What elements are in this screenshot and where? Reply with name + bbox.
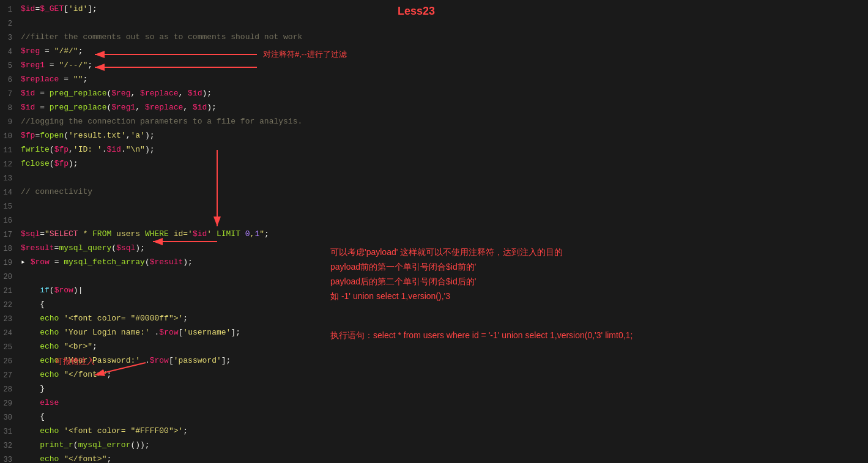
line-13: 13 <box>0 171 868 185</box>
line-6: 6 $replace = ""; <box>0 73 868 87</box>
line-8: 8 $id = preg_replace($reg1, $replace, $i… <box>0 101 868 115</box>
line-5: 5 $reg1 = "/--/"; <box>0 59 868 73</box>
payload-annotation-block: 可以考虑'payload' 这样就可以不使用注释符，达到注入的目的 payloa… <box>330 245 563 303</box>
line-29: 29 else <box>0 396 868 410</box>
line-27: 27 echo "</font>"; <box>0 368 868 382</box>
payload-note2: payload前的第一个单引号闭合$id前的' <box>330 259 563 274</box>
line-11: 11 fwrite($fp,'ID: '.$id."\n"); <box>0 143 868 157</box>
line-2: 2 <box>0 17 868 31</box>
code-container: 1 $id=$_GET['id']; 2 3 //filter the comm… <box>0 0 868 463</box>
payload-note3: payload后的第二个单引号闭合$id后的' <box>330 274 563 289</box>
line-4: 4 $reg = "/#/"; <box>0 45 868 59</box>
line-9: 9 //logging the connection parameters to… <box>0 115 868 129</box>
line-32: 32 print_r(mysql_error()); <box>0 439 868 453</box>
line-16: 16 <box>0 213 868 228</box>
line-31: 31 echo '<font color= "#FFFF00">'; <box>0 424 868 439</box>
payload-note1: 可以考虑'payload' 这样就可以不使用注释符，达到注入的目的 <box>330 245 563 259</box>
line-28: 28 } <box>0 382 868 396</box>
line-1: 1 $id=$_GET['id']; <box>0 2 868 17</box>
line-10: 10 $fp=fopen('result.txt','a'); <box>0 129 868 143</box>
payload-example: 如 -1' union select 1,version(),'3 <box>330 289 563 303</box>
line-26: 26 echo 'Your Password:' .$row['password… <box>0 354 868 368</box>
line-33: 33 echo "</font>"; <box>0 453 868 463</box>
line-15: 15 <box>0 199 868 213</box>
line-24: 24 echo 'Your Login name:' .$row['userna… <box>0 326 868 340</box>
line-3: 3 //filter the comments out so as to com… <box>0 31 868 45</box>
line-23: 23 echo '<font color= "#0000ff">'; <box>0 312 868 326</box>
line-17: 17 $sql="SELECT * FROM users WHERE id='$… <box>0 228 868 242</box>
line-25: 25 echo "<br>"; <box>0 340 868 354</box>
line-14: 14 // connectivity <box>0 185 868 199</box>
line-30: 30 { <box>0 410 868 424</box>
line-12: 12 fclose($fp); <box>0 157 868 171</box>
line-7: 7 $id = preg_replace($reg, $replace, $id… <box>0 87 868 101</box>
